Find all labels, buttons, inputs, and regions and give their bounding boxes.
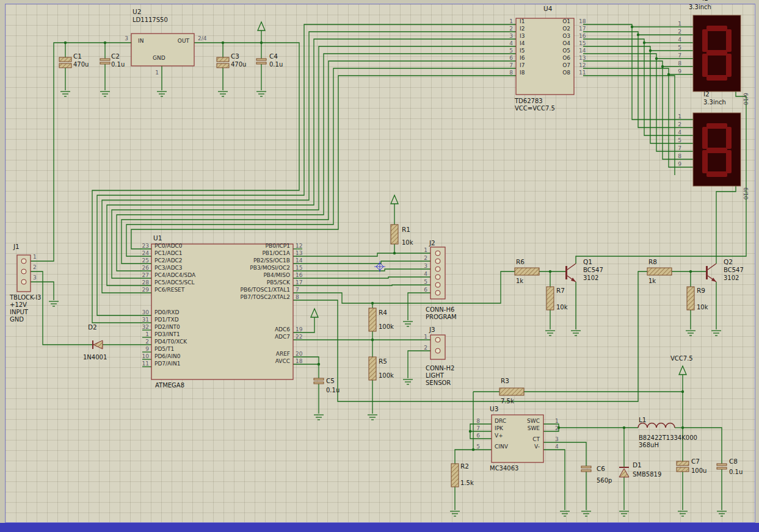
u1-pin-number: 28 (133, 279, 149, 286)
wire[interactable] (455, 450, 492, 464)
part-function: SENSOR (426, 379, 451, 386)
u3-pin-number: 2 (555, 425, 559, 431)
u1-pin-name: PB0/ICP1 (206, 243, 290, 249)
u2-pin-name: OUT (165, 38, 189, 44)
j1-pin-number: 1 (33, 254, 37, 260)
part-value: TBLOCK-I3 (10, 294, 41, 301)
u4-pin-name: I2 (520, 26, 525, 32)
capacitor-c6[interactable] (581, 466, 591, 472)
disp1-pin-number: 2 (667, 29, 681, 35)
part-value: 100k (379, 372, 394, 379)
u4-pin-name: I4 (520, 40, 525, 46)
wire[interactable] (293, 269, 435, 271)
disp2-common-pin: 6/10 (743, 187, 749, 200)
u4-pin-name: I1 (520, 18, 525, 24)
wire[interactable] (27, 271, 93, 345)
part-ref: R1 (402, 226, 410, 233)
u4-pin-number: 13 (579, 55, 586, 61)
u4-pin-name: I3 (520, 33, 525, 39)
resistor-r5[interactable] (369, 357, 376, 380)
connector-j1[interactable] (17, 255, 31, 292)
transistor-q2[interactable] (706, 264, 716, 282)
part-ref: R9 (697, 287, 705, 294)
part-value2: 3102 (583, 275, 598, 281)
connector-j3[interactable] (430, 335, 445, 359)
resistor-r3[interactable] (499, 388, 524, 395)
seven-segment-display-2[interactable] (693, 113, 741, 186)
u4-pin-name: O8 (543, 70, 570, 76)
u1-pin-number: 2 (133, 339, 149, 345)
u1-pin-number: 20 (296, 351, 302, 357)
u3-pin-name: V- (514, 444, 540, 450)
resistor-r8[interactable] (647, 268, 672, 275)
wire[interactable] (543, 450, 565, 510)
part-value: 0.1u (269, 61, 283, 68)
capacitor-c5[interactable] (314, 378, 324, 384)
resistor-r1[interactable] (391, 225, 398, 244)
part-function: LIGHT (426, 372, 444, 379)
wire[interactable] (293, 277, 435, 278)
capacitor-c2[interactable] (100, 59, 110, 64)
resistor-r2[interactable] (451, 464, 459, 487)
wire[interactable] (293, 253, 435, 256)
wire[interactable] (683, 428, 722, 464)
part-ref: C3 (231, 52, 239, 60)
part-ref: C2 (111, 52, 120, 60)
resistor-r6[interactable] (515, 268, 539, 275)
wire[interactable] (117, 54, 516, 271)
wire[interactable] (293, 271, 515, 303)
u3-pin-name: CT (514, 436, 540, 442)
u4-pin-number: 5 (499, 48, 513, 54)
u3-pin-name: IPK (495, 425, 503, 431)
resistor-r9[interactable] (687, 287, 694, 310)
u4-pin-name: O1 (543, 18, 570, 24)
u4-pin-number: 16 (579, 33, 586, 39)
j1-pin-number: 3 (33, 275, 37, 281)
capacitor-c1[interactable] (59, 57, 71, 68)
capacitor-c3[interactable] (217, 57, 229, 68)
part-value: 100u (691, 467, 706, 474)
u4-pin-number: 14 (579, 48, 586, 54)
part-value: 0.1u (326, 387, 340, 394)
disp1-pin-number: 7 (667, 52, 681, 59)
seven-segment-display-1[interactable] (693, 15, 741, 92)
part-ref: U1 (153, 234, 162, 242)
u4-pin-number: 7 (499, 62, 513, 68)
wire[interactable] (293, 271, 647, 401)
diode-d2[interactable] (93, 340, 103, 349)
transistor-q1[interactable] (565, 264, 576, 282)
u1-pin-name: PC0/ADC0 (154, 243, 183, 249)
u1-pin-number: 23 (133, 243, 149, 249)
wire[interactable] (126, 68, 516, 256)
resistor-r4[interactable] (369, 308, 376, 331)
u4-pin-number: 4 (499, 40, 513, 46)
diode-d1[interactable] (619, 467, 629, 477)
u3-pin-number: 5 (467, 444, 480, 450)
ground-icon (157, 92, 167, 96)
part-ref: C6 (597, 465, 605, 472)
wire[interactable] (293, 285, 435, 286)
ground-icon (368, 415, 377, 420)
capacitor-c4[interactable] (256, 59, 266, 64)
resistor-r7[interactable] (547, 287, 554, 310)
u1-pin-number: 27 (133, 272, 149, 278)
net-label: +12V (10, 301, 27, 308)
part-ref: Q2 (724, 258, 733, 265)
ground-icon (686, 331, 695, 336)
capacitor-c7[interactable] (677, 461, 689, 472)
capacitor-c8[interactable] (717, 464, 727, 469)
wire[interactable] (27, 43, 131, 261)
connector-j2[interactable] (430, 247, 445, 299)
part-ref: C8 (729, 458, 738, 465)
u1-pin-name: PC3/ADC3 (154, 265, 183, 271)
inductor-l1[interactable] (638, 423, 675, 428)
part-ref: U4 (543, 5, 552, 12)
u4-pin-number: 12 (579, 62, 586, 68)
wire[interactable] (716, 186, 736, 264)
wire[interactable] (293, 261, 435, 264)
j2-pin-number: 2 (415, 255, 427, 261)
part-value: 1N4001 (83, 354, 107, 361)
wire[interactable] (583, 76, 675, 175)
u2-pin-number: 2/4 (198, 35, 206, 41)
u1-pin-number: 14 (296, 257, 302, 264)
